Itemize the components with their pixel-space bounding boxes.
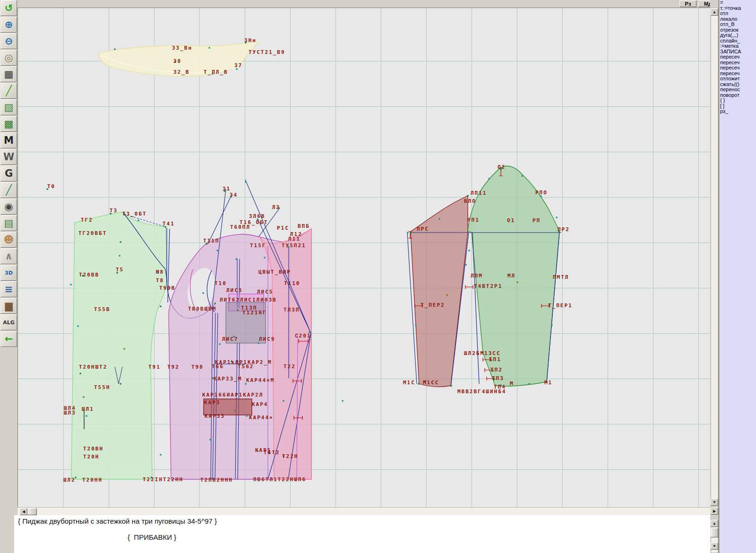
exit-button[interactable]: ← [0,331,17,347]
garment-icon: ∧ [5,251,13,261]
table-doc-button[interactable]: ▤ [0,215,17,231]
sidebar-command-item[interactable]: т.:=точка [719,6,756,11]
sidebar-command-item[interactable]: { } [719,98,756,104]
sidebar-command-item[interactable]: сжать(() [719,82,756,87]
point-marker [415,325,417,326]
sidebar-command-item[interactable]: :=метка [719,43,756,49]
point-label: ПМТЛ [553,275,569,280]
point-label: З3_Вн [172,45,192,51]
sidebar-command-item[interactable]: отл_В [719,22,756,27]
sidebar-command-item[interactable]: перенос [719,87,756,93]
sidebar-command-item[interactable]: отложит [719,76,756,82]
point-label: ТУ5П21 [282,243,306,248]
text-scroll-down-icon[interactable]: ▼ [711,543,718,550]
zoom-piece-button[interactable]: ◎ [0,50,17,66]
point-label: ЛИС5 [257,289,274,294]
ruler-button[interactable]: ╱ [0,182,17,198]
point-marker [258,343,259,344]
sidebar-command-item[interactable]: [ ] [719,104,756,109]
grid-icon: ▦ [4,69,14,79]
point-label: Т22Н [282,454,299,459]
scroll-right-icon[interactable]: ▶ [711,508,718,515]
sidebar-command-item[interactable]: пересеч [719,65,756,71]
hscroll-thumb[interactable] [27,508,37,515]
point-label: Т10 [215,281,227,286]
point-label: ШЛ1 [82,406,94,412]
point-marker [529,383,530,385]
undersleeve-piece[interactable] [407,196,468,387]
point-label: ТУСТ21_В9 [249,50,285,55]
sidebar-command-item[interactable]: пересеч [719,60,756,66]
sidebar-command-item[interactable]: поворот [719,93,756,98]
sidebar-command-item[interactable]: отрезок [719,27,756,33]
books-button[interactable]: ▆ [0,298,17,314]
piece-view-button[interactable]: ▩ [0,116,17,132]
dimension-mark [465,285,473,289]
3d-button[interactable]: 3D [0,265,17,281]
sidebar-command-item[interactable]: пересеч [719,54,756,60]
ruler-icon: ╱ [6,185,12,195]
point-label: М1СС [423,380,439,385]
sidebar-command-item[interactable]: рз_ [719,109,756,114]
point-label: РП [533,218,541,223]
scroll-down-icon[interactable]: ▼ [711,499,718,506]
horizontal-scrollbar[interactable]: ◀ [17,507,710,516]
point-label: РП1 [467,217,480,223]
portrait-button[interactable]: ☻ [0,232,17,248]
sidebar-command-item[interactable]: дуга(,,,) [719,33,756,38]
sidebar-command-item[interactable]: сплайн_ [719,38,756,44]
sidebar-command-item[interactable]: ЗАПИСА [719,49,756,55]
point-label: Т60ПЛ [230,225,250,230]
piece-view-icon: ▩ [4,119,14,129]
point-label: ТВ0ВЩВМ [188,306,216,311]
point-label: Т11П [203,238,220,243]
camera-button[interactable]: ◉ [0,199,17,215]
point-label: Т3 [110,208,118,213]
point-label: ПВ6ТЛ1Т22НШП6 [253,477,306,482]
list-doc-icon: ≡ [5,285,13,294]
point-marker [418,383,420,385]
point-label: Т22IНТ22НН [143,477,183,482]
scroll-up-icon[interactable]: ▲ [711,9,718,16]
point-label: Т110 [284,281,301,286]
undo-button[interactable]: ↺ [0,0,17,16]
text-scroll-up-icon[interactable]: ▲ [711,520,718,527]
point-label: КАР3 [204,400,221,405]
point-label: Т20НШТ2 [79,364,107,370]
point-label: ШЛ2 [63,477,76,483]
sidebar-command-item[interactable]: отл [719,11,756,17]
image-icon: ▧ [4,103,14,112]
segment-button[interactable]: ╱ [0,83,17,99]
point-marker [283,400,284,402]
point-label: МЛ [507,273,515,278]
zoom-out-icon: ⊖ [5,36,13,46]
portrait-icon: ☻ [4,235,14,245]
zoom-in-button[interactable]: ⊕ [0,17,17,33]
pattern-canvas[interactable]: З3_ВнЗНнТУСТ21_В9З837З2_ВТ_ПЛ_ВТ0Т3Т3_ОБ… [17,8,710,515]
image-button[interactable]: ▧ [0,99,17,115]
point-label: Т22 [284,364,296,369]
zoom-out-button[interactable]: ⊖ [0,33,17,49]
sidebar-command-item[interactable]: пересеч [719,71,756,77]
sidebar-command-item[interactable]: лекало [719,17,756,22]
top-strip: Рз Мд [17,0,710,8]
garment-button[interactable]: ∧ [0,248,17,264]
point-label: Т20Н [83,454,100,459]
point-marker [70,284,72,285]
list-doc-button[interactable]: ≡ [0,281,17,297]
scroll-left-icon[interactable]: ◀ [20,508,27,515]
point-marker [120,242,121,243]
sidebar-command-item[interactable]: = [719,0,756,6]
modeling-m-button[interactable]: M [0,132,17,148]
text-scroll-thumb[interactable] [711,528,718,537]
table-doc-icon: ▤ [4,218,14,228]
grid-button[interactable]: ▦ [0,66,17,82]
alg-button[interactable]: ALG [0,314,17,330]
rz-button[interactable]: Рз [679,0,696,7]
point-label: ЛИС7 [222,337,239,342]
grading-g-icon: G [5,169,13,179]
point-marker [83,397,85,398]
grading-g-button[interactable]: G [0,165,17,181]
compass-w-button[interactable]: W [0,149,17,165]
right-scroll-rail: ▲ ▼ ▶ ▲ ▼ [710,0,719,553]
